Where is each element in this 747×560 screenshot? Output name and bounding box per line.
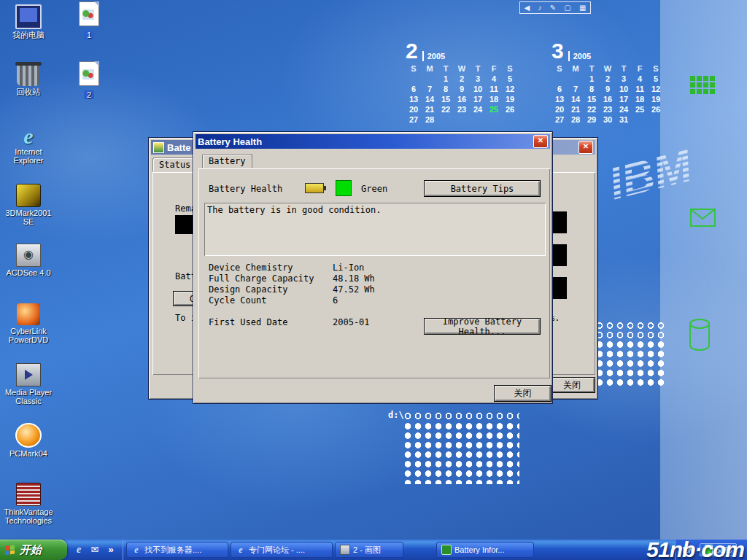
battery-info-row: Full Charge Capacity 48.18 Wh: [209, 273, 530, 284]
jpg-file-icon[interactable]: 2: [67, 61, 111, 120]
quick-launch-chevron-icon[interactable]: [105, 544, 117, 556]
dot-pattern-center: [403, 411, 519, 484]
desktop-icon-image[interactable]: [16, 244, 41, 267]
tab-battery[interactable]: Battery: [202, 154, 252, 168]
watermark-51nb: 51nb·com: [646, 537, 744, 560]
calendar-day-cell: 22: [584, 105, 600, 114]
calendar-day-header: W: [454, 64, 470, 74]
calendar-day-cell: 31: [616, 115, 632, 125]
calendar-day-cell: 19: [502, 95, 518, 104]
calendar-day-cell: 1: [584, 74, 600, 84]
calendar-day-cell: 13: [406, 95, 422, 104]
desktop-icon-label: 我的电脑: [0, 31, 57, 39]
battery-gauge-box: [551, 244, 567, 266]
calendar-day-cell: 21: [422, 105, 438, 114]
calendar-day-cell: 23: [454, 105, 470, 114]
tab-status[interactable]: Status: [152, 158, 197, 171]
battery-health-dialog[interactable]: Battery Health ✕ Battery Battery Health …: [193, 131, 553, 404]
jpg-file-column: 1 2: [67, 0, 111, 120]
desktop-icon-image[interactable]: [17, 64, 40, 86]
task-button-icon: [236, 545, 246, 555]
task-button[interactable]: 专门网论坛 - ....: [231, 542, 333, 558]
desktop-icon-image[interactable]: [17, 303, 40, 325]
desktop-icon[interactable]: ACDSee 4.0: [0, 244, 57, 302]
quick-launch-ie-icon[interactable]: [73, 544, 85, 556]
start-button[interactable]: 开始: [0, 540, 67, 560]
calendar-day-cell: 11: [632, 85, 648, 94]
dot-pattern-right: [595, 321, 667, 388]
desktop-icon-image[interactable]: [16, 184, 41, 207]
envelope-icon: [690, 209, 716, 228]
calendar-month: 2: [406, 41, 418, 61]
jpg-file-image[interactable]: [79, 61, 99, 86]
improve-battery-health-button[interactable]: Improve Battery Health...: [424, 318, 541, 335]
desktop-icon[interactable]: CyberLink PowerDVD: [0, 303, 57, 362]
calendar-day-cell: 18: [486, 95, 502, 104]
calendar-day-cell: 4: [486, 74, 502, 84]
battery-health-titlebar[interactable]: Battery Health ✕: [196, 134, 550, 149]
battery-info-row-value: Li-Ion: [333, 262, 364, 273]
health-status-text: Green: [361, 184, 387, 194]
desktop-icon[interactable]: 我的电脑: [0, 4, 57, 63]
task-button-label: Battery Infor...: [454, 545, 504, 554]
calendar-day-cell: [568, 74, 584, 84]
desktop-icon[interactable]: 回收站: [0, 64, 57, 122]
battery-info-row-label: Full Charge Capacity: [209, 273, 333, 284]
calendar-day-header: T: [470, 64, 486, 74]
battery-tips-button[interactable]: Battery Tips: [424, 180, 541, 197]
battery-health-title: Battery Health: [198, 136, 262, 147]
desktop-icon-image[interactable]: [15, 4, 42, 29]
calendar-day-cell: [648, 115, 664, 125]
jpg-file-icon[interactable]: 1: [67, 1, 111, 60]
desktop-icon-label: Media Player Classic: [0, 388, 57, 405]
quick-launch-mail-icon[interactable]: [89, 544, 101, 556]
calendar-day-cell: [632, 115, 648, 125]
calendar-day-cell: 25: [632, 105, 648, 114]
jpg-file-image[interactable]: [79, 1, 99, 26]
desktop-icon[interactable]: 3DMark2001 SE: [0, 184, 57, 242]
calendar-february: 2 2005 SMTWTFS12345678910111213141516171…: [406, 41, 518, 125]
battery-info-row-value: 48.18 Wh: [333, 273, 375, 284]
close-button[interactable]: 关闭: [494, 385, 551, 402]
desktop-icon-label: CyberLink PowerDVD: [0, 327, 57, 344]
calendar-day-header: T: [438, 64, 454, 74]
battery-gauge-box: [551, 211, 567, 233]
close-icon[interactable]: ✕: [533, 135, 548, 148]
calendar-day-cell: 8: [438, 85, 454, 94]
calendar-day-cell: 20: [406, 105, 422, 114]
desktop-icon[interactable]: PCMark04: [0, 423, 57, 481]
battery-info-row-value: 2005-01: [333, 317, 370, 328]
task-button[interactable]: Battery Infor...: [436, 542, 534, 558]
calendar-year: 2005: [568, 51, 591, 61]
calendar-day-cell: 27: [551, 115, 568, 125]
jpg-file-label: 1: [84, 31, 94, 39]
close-button[interactable]: 关闭: [549, 377, 595, 393]
task-button[interactable]: 2 - 画图: [335, 542, 403, 558]
battery-health-label: Battery Health: [209, 184, 282, 194]
desktop-icon[interactable]: Internet Explorer: [0, 124, 57, 182]
calendar-day-cell: 25: [486, 105, 502, 114]
calendar-day-cell: 2: [454, 74, 470, 84]
calendar-day-cell: 29: [584, 115, 600, 125]
close-icon[interactable]: ✕: [578, 141, 593, 154]
battery-app-icon: [153, 142, 164, 153]
calendar-day-cell: 23: [600, 105, 616, 114]
calendar-day-header: M: [568, 64, 584, 74]
desktop-icon-label: ACDSee 4.0: [0, 268, 57, 277]
calendar-day-cell: 12: [502, 85, 518, 94]
desktop-icon-image[interactable]: [16, 483, 41, 506]
calendar-day-cell: 6: [551, 85, 568, 94]
calendar-month: 3: [551, 41, 564, 61]
calendar-day-cell: 3: [470, 74, 486, 84]
desktop-icon[interactable]: ThinkVantage Technologies: [0, 483, 57, 541]
desktop-icon[interactable]: Media Player Classic: [0, 363, 57, 421]
desktop-icon-image[interactable]: [17, 124, 40, 146]
battery-gauge-box: [175, 215, 194, 234]
task-button[interactable]: 找不到服务器....: [126, 542, 228, 558]
desktop-icon-image[interactable]: [15, 423, 42, 448]
calendar-day-cell: 18: [632, 95, 648, 104]
calendar-day-cell: 2: [600, 74, 616, 84]
desktop-icon-image[interactable]: [16, 363, 41, 386]
calendar-day-cell: 16: [600, 95, 616, 104]
battery-info-row-label: First Used Date: [209, 317, 333, 328]
